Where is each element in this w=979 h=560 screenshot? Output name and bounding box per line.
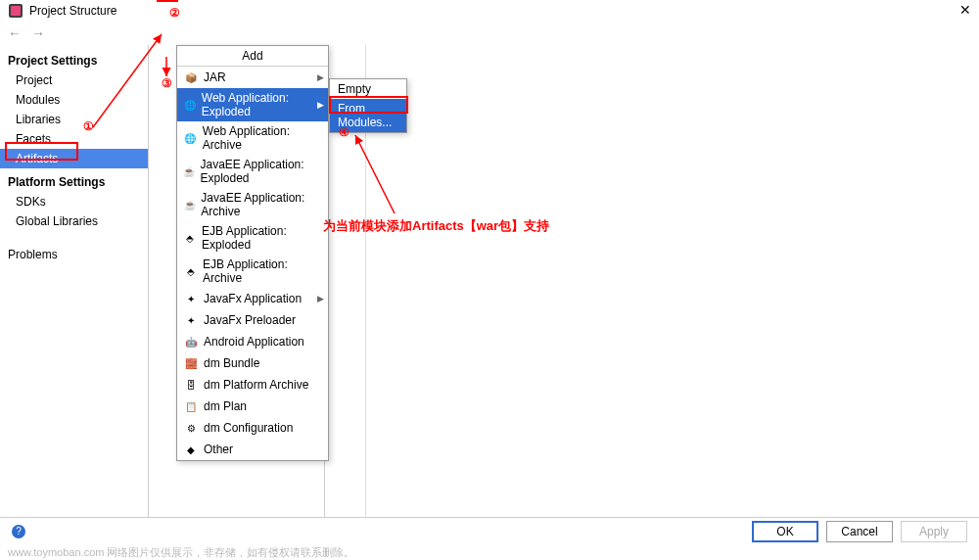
android-icon: 🤖 — [183, 334, 199, 350]
bundle-icon: 🧱 — [183, 355, 199, 371]
cancel-button[interactable]: Cancel — [826, 521, 893, 542]
window-title: Project Structure — [29, 4, 117, 18]
sidebar-item-global-libraries[interactable]: Global Libraries — [0, 211, 148, 231]
popup-item[interactable]: ☕JavaEE Application: Archive — [177, 188, 328, 221]
sidebar-item-libraries[interactable]: Libraries — [0, 110, 148, 129]
ejb-icon: ⬘ — [183, 263, 198, 279]
popup-item[interactable]: ✦JavaFx Preloader — [177, 309, 328, 331]
popup-item-label: JAR — [204, 70, 226, 84]
popup-item-label: Web Application: Archive — [203, 124, 322, 152]
popup-item[interactable]: 🌐Web Application: Exploded▶ — [177, 88, 328, 121]
detail-pane — [325, 45, 979, 517]
apply-button: Apply — [901, 521, 967, 542]
ok-button[interactable]: OK — [752, 521, 818, 542]
submenu-item[interactable]: Empty — [330, 79, 406, 99]
popup-item-label: JavaFx Application — [204, 292, 302, 305]
popup-item-label: EJB Application: Exploded — [202, 224, 322, 252]
popup-item-label: JavaEE Application: Exploded — [201, 158, 323, 185]
popup-item-label: dm Plan — [204, 399, 247, 413]
svg-rect-1 — [11, 6, 21, 16]
javafx-icon: ✦ — [183, 312, 199, 328]
javaee-icon: ☕ — [183, 163, 196, 179]
javaee-icon: ☕ — [183, 197, 196, 212]
popup-item[interactable]: ☕JavaEE Application: Exploded — [177, 155, 328, 188]
popup-header: Add — [177, 46, 328, 67]
popup-item-label: Web Application: Exploded — [202, 91, 322, 118]
watermark: www.toymoban.com 网络图片仅供展示，非存储，如有侵权请联系删除。 — [0, 544, 979, 560]
close-icon[interactable]: ✕ — [959, 2, 971, 18]
sidebar-item-sdks[interactable]: SDKs — [0, 192, 148, 211]
sidebar-item-facets[interactable]: Facets — [0, 129, 148, 149]
section-project-settings: Project Settings — [0, 51, 148, 70]
app-icon — [8, 3, 23, 19]
jar-icon: 📦 — [183, 70, 199, 85]
web-icon: 🌐 — [183, 97, 197, 113]
submenu: EmptyFrom Modules... — [329, 78, 407, 133]
submenu-item[interactable]: From Modules... — [330, 99, 406, 132]
help-icon[interactable]: ? — [12, 525, 25, 538]
artifact-list-pane: Add 📦JAR▶🌐Web Application: Exploded▶🌐Web… — [149, 45, 325, 517]
archive-icon: 🗄 — [183, 377, 199, 393]
web-icon: 🌐 — [183, 130, 198, 146]
add-popup-menu: Add 📦JAR▶🌐Web Application: Exploded▶🌐Web… — [176, 45, 329, 461]
sidebar-item-project[interactable]: Project — [0, 70, 148, 90]
popup-item-label: JavaFx Preloader — [204, 313, 296, 327]
section-platform-settings: Platform Settings — [0, 172, 148, 192]
popup-item[interactable]: ◆Other — [177, 439, 328, 460]
chevron-right-icon: ▶ — [317, 72, 324, 82]
sidebar-item-artifacts[interactable]: Artifacts — [0, 149, 148, 168]
ejb-icon: ⬘ — [183, 230, 197, 246]
popup-item-label: JavaEE Application: Archive — [201, 191, 322, 218]
chevron-right-icon: ▶ — [317, 100, 324, 110]
popup-item-label: dm Platform Archive — [204, 378, 308, 392]
popup-item[interactable]: 📦JAR▶ — [177, 67, 328, 88]
popup-item-label: dm Bundle — [204, 356, 259, 370]
popup-item[interactable]: 📋dm Plan — [177, 396, 328, 417]
sidebar: Project Settings ProjectModulesLibraries… — [0, 45, 149, 517]
back-arrow[interactable]: ← — [8, 25, 22, 41]
other-icon: ◆ — [183, 442, 199, 457]
popup-item[interactable]: ✦JavaFx Application▶ — [177, 288, 328, 309]
forward-arrow[interactable]: → — [31, 25, 45, 41]
popup-item[interactable]: 🤖Android Application — [177, 331, 328, 352]
chevron-right-icon: ▶ — [317, 294, 324, 303]
popup-item[interactable]: ⬘EJB Application: Archive — [177, 255, 328, 288]
sidebar-item-modules[interactable]: Modules — [0, 90, 148, 110]
popup-item-label: Android Application — [204, 335, 304, 349]
popup-item-label: EJB Application: Archive — [203, 257, 322, 285]
popup-item[interactable]: ⬘EJB Application: Exploded — [177, 221, 328, 255]
sidebar-item-problems[interactable]: Problems — [0, 245, 148, 264]
add-button[interactable]: + — [157, 0, 178, 2]
popup-item[interactable]: ⚙dm Configuration — [177, 417, 328, 439]
popup-item[interactable]: 🌐Web Application: Archive — [177, 121, 328, 155]
popup-item-label: dm Configuration — [204, 421, 293, 435]
javafx-icon: ✦ — [183, 291, 199, 306]
popup-item-label: Other — [204, 443, 233, 456]
plan-icon: 📋 — [183, 398, 199, 414]
popup-item[interactable]: 🧱dm Bundle — [177, 352, 328, 374]
config-icon: ⚙ — [183, 420, 199, 436]
popup-item[interactable]: 🗄dm Platform Archive — [177, 374, 328, 396]
